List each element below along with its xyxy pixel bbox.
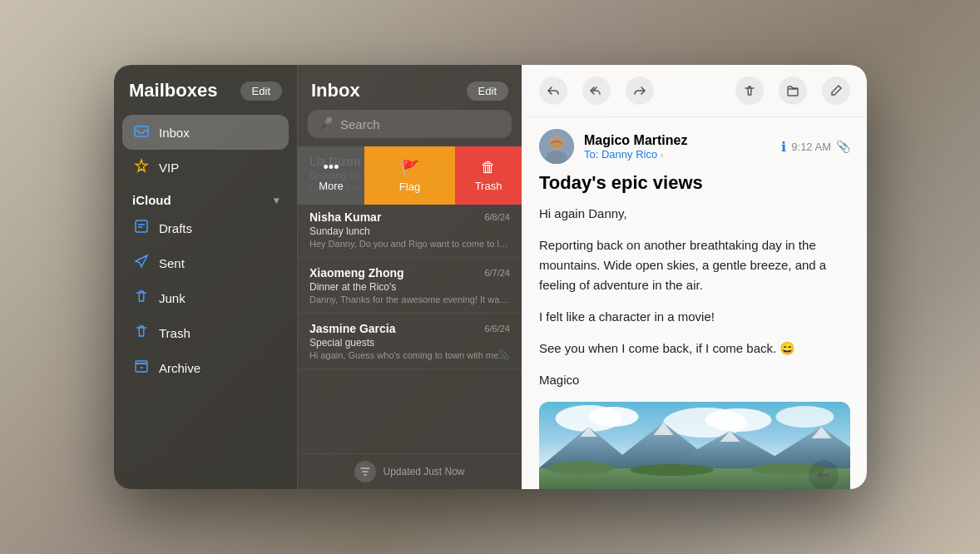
- sidebar-item-sent[interactable]: Sent: [122, 245, 289, 280]
- trash-icon: [132, 324, 151, 342]
- flag-icon: 🚩: [401, 159, 419, 177]
- swipe-trash-icon: 🗑: [481, 159, 496, 176]
- body-paragraph-1: Reporting back on another breathtaking d…: [539, 235, 850, 295]
- email-preview: Danny, Thanks for the awesome evening! I…: [309, 294, 510, 304]
- sidebar-item-vip-label: VIP: [159, 161, 179, 175]
- info-icon: ℹ: [781, 139, 786, 155]
- attachment-icon: 📎: [498, 349, 510, 360]
- reply-button[interactable]: [539, 77, 567, 105]
- filter-button[interactable]: [354, 461, 376, 482]
- email-preview: Hey Danny, Do you and Rigo want to come …: [309, 239, 510, 249]
- sender-to: To: Danny Rico ›: [584, 148, 771, 161]
- svg-rect-0: [135, 126, 148, 136]
- mailboxes-panel: Mailboxes Edit Inbox VIP: [114, 65, 297, 489]
- delete-button[interactable]: [735, 77, 764, 105]
- inbox-edit-button[interactable]: Edit: [467, 82, 508, 101]
- swipe-trash-button[interactable]: 🗑 Trash: [455, 146, 522, 205]
- email-item-xiaomeng[interactable]: Xiaomeng Zhong 6/7/24 Dinner at the Rico…: [298, 258, 522, 314]
- body-greeting: Hi again Danny,: [539, 204, 850, 224]
- body-paragraph-2: I felt like a character in a movie!: [539, 307, 850, 327]
- svg-rect-3: [136, 361, 147, 364]
- mailboxes-edit-button[interactable]: Edit: [240, 82, 282, 101]
- swipe-actions: ••• More 🚩 Flag 🗑 Trash: [298, 146, 522, 205]
- mailboxes-header: Mailboxes Edit: [114, 65, 297, 111]
- search-input[interactable]: [340, 117, 502, 131]
- swipe-flag-button[interactable]: 🚩 Flag: [364, 146, 455, 205]
- sidebar-item-trash[interactable]: Trash: [122, 315, 289, 350]
- icloud-section: iCloud ▾: [122, 185, 289, 210]
- sidebar-item-junk-label: Junk: [159, 291, 186, 305]
- compose-button[interactable]: [822, 77, 850, 105]
- chevron-icon: ›: [661, 150, 664, 160]
- email-item-nisha[interactable]: Nisha Kumar 6/8/24 Sunday lunch Hey Dann…: [298, 202, 522, 258]
- email-date: 6/6/24: [484, 324, 510, 334]
- email-date: 6/8/24: [484, 212, 510, 222]
- detail-subject: Today's epic views: [522, 172, 867, 204]
- svg-point-7: [551, 137, 562, 149]
- svg-point-13: [776, 406, 834, 428]
- reply-all-button[interactable]: [582, 77, 611, 105]
- mailbox-list: Inbox VIP iCloud ▾: [114, 111, 297, 489]
- recipient-name[interactable]: Danny Rico: [601, 148, 657, 161]
- icloud-label: iCloud: [132, 193, 171, 207]
- forward-button[interactable]: [626, 77, 654, 105]
- detail-body: Hi again Danny, Reporting back on anothe…: [522, 204, 867, 489]
- email-image: [539, 402, 850, 489]
- email-date: 6/7/24: [484, 268, 510, 278]
- status-bar: Updated Just Now: [298, 453, 522, 489]
- toolbar-right: [735, 77, 850, 105]
- avatar: [539, 129, 574, 164]
- swipe-flag-label: Flag: [399, 181, 420, 193]
- email-list: ••• More 🚩 Flag 🗑 Trash Liz Dizon 8:33 A…: [298, 146, 522, 453]
- move-to-folder-button[interactable]: [779, 77, 807, 105]
- email-item-jasmine[interactable]: Jasmine Garcia 6/6/24 Special guests Hi …: [298, 314, 522, 369]
- detail-time: 9:12 AM: [791, 141, 831, 153]
- detail-attachment-icon: 📎: [836, 140, 850, 153]
- sidebar-item-archive[interactable]: Archive: [122, 350, 289, 385]
- sidebar-item-sent-label: Sent: [159, 256, 185, 270]
- search-bar[interactable]: 🎤: [308, 110, 512, 138]
- svg-rect-1: [136, 220, 147, 232]
- sidebar-item-inbox-label: Inbox: [159, 126, 190, 140]
- sidebar-item-vip[interactable]: VIP: [122, 150, 289, 185]
- microphone-icon: 🎤: [318, 116, 334, 131]
- more-dots-icon: •••: [324, 159, 339, 176]
- svg-point-12: [705, 408, 772, 432]
- detail-sender-row: Magico Martinez To: Danny Rico › ℹ 9:12 …: [522, 117, 867, 172]
- junk-icon: [132, 289, 151, 307]
- to-label: To:: [584, 148, 598, 161]
- sidebar-item-drafts[interactable]: Drafts: [122, 210, 289, 245]
- svg-point-10: [589, 407, 639, 427]
- sidebar-item-drafts-label: Drafts: [159, 221, 192, 235]
- icloud-chevron-icon: ▾: [274, 195, 279, 206]
- archive-icon: [132, 359, 151, 377]
- email-sender: Xiaomeng Zhong: [309, 266, 404, 279]
- reply-fab-button[interactable]: [809, 460, 839, 489]
- sidebar-item-inbox[interactable]: Inbox: [122, 115, 289, 150]
- email-subject: Sunday lunch: [309, 225, 510, 237]
- body-paragraph-3: See you when I come back, if I come back…: [539, 339, 850, 359]
- star-icon: [132, 158, 151, 176]
- sender-info: Magico Martinez To: Danny Rico ›: [584, 133, 771, 161]
- email-detail-panel: Magico Martinez To: Danny Rico › ℹ 9:12 …: [522, 65, 867, 489]
- drafts-icon: [132, 219, 151, 237]
- inbox-header: Inbox Edit: [298, 65, 522, 110]
- email-subject: Special guests: [309, 337, 510, 349]
- inbox-title: Inbox: [311, 80, 360, 101]
- svg-point-24: [631, 464, 714, 476]
- app-container: Mailboxes Edit Inbox VIP: [114, 65, 867, 489]
- detail-meta: ℹ 9:12 AM 📎: [781, 139, 850, 155]
- svg-point-23: [547, 462, 614, 475]
- email-sender: Jasmine Garcia: [309, 322, 396, 335]
- detail-toolbar: [522, 65, 867, 117]
- email-preview: Hi again, Guess who's coming to town wit…: [309, 350, 510, 360]
- swipe-more-button[interactable]: ••• More: [298, 146, 364, 205]
- email-subject: Dinner at the Rico's: [309, 281, 510, 293]
- status-text: Updated Just Now: [383, 466, 464, 477]
- sidebar-item-junk[interactable]: Junk: [122, 280, 289, 315]
- mailboxes-title: Mailboxes: [129, 80, 217, 101]
- email-sender: Nisha Kumar: [309, 210, 381, 224]
- swipe-trash-label: Trash: [475, 180, 502, 192]
- swipe-more-label: More: [319, 180, 344, 192]
- inbox-panel: Inbox Edit 🎤 ••• More 🚩 Flag 🗑 Trash: [297, 65, 522, 489]
